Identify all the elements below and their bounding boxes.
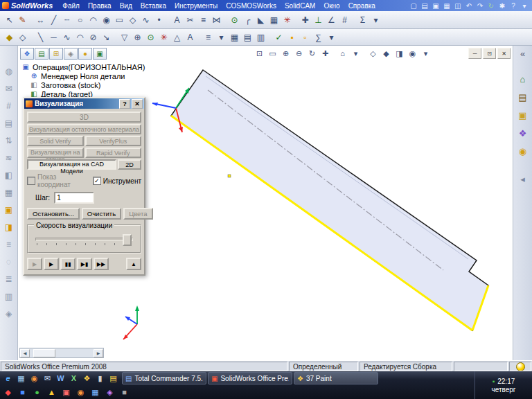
open-icon[interactable]: ▤ xyxy=(419,1,430,10)
options-icon[interactable]: ✱ xyxy=(497,1,508,10)
convert-entities-icon[interactable]: ⊙ xyxy=(228,13,241,26)
spline-icon[interactable]: ∿ xyxy=(139,13,152,26)
lt-mail-icon[interactable]: ✉ xyxy=(3,82,15,95)
zoom-fit-icon[interactable]: ⊡ xyxy=(254,48,265,59)
circle-icon[interactable]: ○ xyxy=(73,13,87,26)
step-input[interactable] xyxy=(54,192,94,204)
annotation-icon[interactable]: A xyxy=(184,30,197,44)
mode-3d-button[interactable]: 3D xyxy=(27,112,141,123)
plane-icon[interactable]: ╲ xyxy=(34,30,47,44)
panel-handle-icon[interactable]: ◂ xyxy=(520,174,525,184)
rebuild-icon[interactable]: ↻ xyxy=(486,1,497,10)
menu-cosmosworks[interactable]: COSMOSWorks xyxy=(222,1,281,10)
cad-model-button[interactable]: Визуализация на CAD Модели xyxy=(27,159,116,170)
machine-sim-button[interactable]: Визуализация на станке xyxy=(27,148,84,158)
colors-button[interactable]: Цвета xyxy=(123,208,152,220)
line-icon[interactable]: ╱ xyxy=(47,13,60,26)
toolbars-arrow-icon[interactable]: ▾ xyxy=(519,1,530,10)
fm-dimxpert-tab[interactable]: ◈ xyxy=(64,48,78,60)
lt-diamond-icon[interactable]: ◈ xyxy=(3,308,15,320)
lt-list-icon[interactable]: ≡ xyxy=(3,238,15,251)
pattern-feature-icon[interactable]: ✳ xyxy=(157,30,170,44)
tb2-icon-5[interactable]: ▣ xyxy=(60,387,72,398)
lt-layers-icon[interactable]: ▤ xyxy=(3,117,15,130)
hole-icon[interactable]: ⊘ xyxy=(87,30,100,44)
lt-half-icon[interactable]: ◧ xyxy=(3,169,15,181)
pause-button[interactable]: ▮▮ xyxy=(60,258,76,270)
show-coordinates-checkbox[interactable]: Показ координат xyxy=(27,173,89,188)
ql-word-icon[interactable]: W xyxy=(55,373,66,384)
fillet-icon[interactable]: ╭ xyxy=(241,13,254,26)
report-icon[interactable]: ▥ xyxy=(254,30,267,44)
taskbar-button[interactable]: ❖ 37 Paint xyxy=(294,372,378,384)
tb2-icon-9[interactable]: ■ xyxy=(118,387,130,398)
tree-item[interactable]: ⊕ Менеджер Ноля детали xyxy=(29,71,145,80)
move-entities-icon[interactable]: ✚ xyxy=(299,13,312,26)
polygon-icon[interactable]: ◇ xyxy=(126,13,139,26)
lt-grid-icon[interactable]: # xyxy=(3,100,15,112)
menu-edit[interactable]: Правка xyxy=(84,1,116,10)
new-icon[interactable]: ▢ xyxy=(408,1,419,10)
speed-slider-thumb[interactable] xyxy=(123,234,132,246)
fm-property-tab[interactable]: ▤ xyxy=(35,48,48,60)
ql-desktop-icon[interactable]: ▦ xyxy=(15,373,27,384)
scroll-left-icon[interactable]: ◀ xyxy=(20,349,30,357)
redo-icon[interactable]: ↷ xyxy=(475,1,486,10)
play-slow-button[interactable]: ▶ xyxy=(27,258,42,270)
wireframe-tool-icon[interactable]: ◇ xyxy=(16,30,29,44)
ql-internet-icon[interactable]: e xyxy=(2,373,14,384)
help-icon[interactable]: ? xyxy=(508,1,519,10)
cut-icon[interactable]: ⊙ xyxy=(144,30,157,44)
print-icon[interactable]: ▦ xyxy=(441,1,452,10)
sheet-icon[interactable]: ▤ xyxy=(241,30,254,44)
fm-cam-tab[interactable]: ▣ xyxy=(93,48,107,60)
sketch-icon[interactable]: ✎ xyxy=(16,13,29,26)
mirror-icon[interactable]: ⋈ xyxy=(210,13,223,26)
menu-tools[interactable]: Инструменты xyxy=(170,1,222,10)
dimension-icon[interactable]: ↔ xyxy=(34,13,47,26)
text-icon[interactable]: A xyxy=(170,13,184,26)
ql-paint-icon[interactable]: ❖ xyxy=(81,373,93,384)
draft-icon[interactable]: ↘ xyxy=(100,30,113,44)
tb2-icon-3[interactable]: ● xyxy=(31,387,43,398)
sum-icon[interactable]: ∑ xyxy=(312,30,325,44)
pan-icon[interactable]: ✚ xyxy=(319,48,331,59)
doc-close-button[interactable]: ✕ xyxy=(497,48,511,59)
ql-console-icon[interactable]: ▮ xyxy=(94,373,106,384)
collapse-icon[interactable]: « xyxy=(520,48,525,59)
save-icon[interactable]: ▣ xyxy=(430,1,441,10)
rapid-verify-button[interactable]: Rapid Verify xyxy=(85,148,142,158)
part-body[interactable] xyxy=(171,70,488,330)
view-list-arrow-icon[interactable]: ▾ xyxy=(215,30,228,44)
snaps-icon[interactable]: ∠ xyxy=(325,13,338,26)
trim-icon[interactable]: ✂ xyxy=(184,13,197,26)
curve-icon[interactable]: ∿ xyxy=(60,30,73,44)
ellipse-icon[interactable]: ◉ xyxy=(100,13,113,26)
to-end-button[interactable]: ▶▶ xyxy=(94,258,109,270)
doc-minimize-button[interactable]: ─ xyxy=(468,48,481,59)
highlighted-bottom-edge[interactable] xyxy=(171,116,472,330)
point-icon[interactable]: • xyxy=(152,13,166,26)
speed-slider[interactable] xyxy=(34,234,134,247)
tb2-icon-8[interactable]: ◈ xyxy=(104,387,116,398)
spellcheck-icon[interactable]: ✓ xyxy=(272,30,285,44)
select-icon[interactable]: ↖ xyxy=(3,13,16,26)
dialog-help-button[interactable]: ? xyxy=(119,99,130,109)
lt-cam2-icon[interactable]: ◨ xyxy=(3,221,15,233)
section-view-icon[interactable]: ◨ xyxy=(393,48,405,59)
features-icon[interactable]: ◆ xyxy=(3,30,16,44)
step-button[interactable]: ▶▮ xyxy=(77,258,92,270)
arc-tool-icon[interactable]: ◠ xyxy=(73,30,87,44)
toolbar2-arrow-icon[interactable]: ▾ xyxy=(325,30,338,44)
tree-item[interactable]: ▣ Операция(ГОРИЗОНТАЛЬНАЯ) xyxy=(21,62,145,71)
lt-table-icon[interactable]: ▦ xyxy=(3,186,15,199)
grid-icon[interactable]: # xyxy=(338,13,351,26)
tb2-icon-2[interactable]: ■ xyxy=(17,387,28,398)
tb2-icon-1[interactable]: ◆ xyxy=(2,387,14,398)
linear-pattern-icon[interactable]: ▦ xyxy=(267,13,281,26)
clear-button[interactable]: Очистить xyxy=(82,208,121,220)
stop-button[interactable]: Остановить... xyxy=(27,208,80,220)
taskbar-button[interactable]: ▤ Total Commander 7.5... xyxy=(122,372,206,384)
tree-horizontal-scrollbar[interactable]: ◀ ▶ xyxy=(19,348,104,358)
lt-waves-icon[interactable]: ≋ xyxy=(3,152,15,164)
